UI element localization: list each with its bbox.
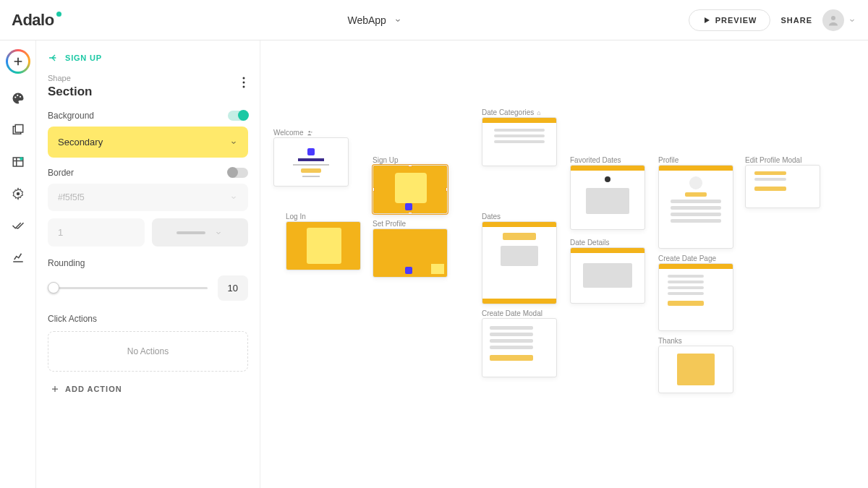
screen-label-welcome[interactable]: Welcome <box>273 129 314 137</box>
screens-icon <box>12 124 25 137</box>
svg-rect-5 <box>15 125 23 133</box>
preview-button[interactable]: PREVIEW <box>689 9 771 31</box>
screen-create-date-modal[interactable] <box>482 318 557 377</box>
border-color-select: #f5f5f5 <box>48 184 248 211</box>
chevron-down-icon <box>229 138 238 147</box>
add-component-button[interactable] <box>6 49 30 74</box>
home-icon: ⌂ <box>537 109 540 116</box>
rounding-slider[interactable] <box>48 287 208 289</box>
screen-label-favorited[interactable]: Favorited Dates <box>570 156 621 164</box>
gear-icon <box>12 187 25 200</box>
screen-label-edit-profile[interactable]: Edit Profile Modal <box>745 156 801 164</box>
header-actions: PREVIEW SHARE <box>689 9 856 31</box>
plus-icon <box>12 56 24 67</box>
screen-label-thanks[interactable]: Thanks <box>658 337 682 345</box>
screen-date-categories[interactable] <box>482 117 557 166</box>
background-color-select[interactable]: Secondary <box>48 127 248 158</box>
svg-point-7 <box>20 157 23 160</box>
screen-signup[interactable] <box>373 165 448 214</box>
analytics-tab[interactable] <box>11 250 25 265</box>
chevron-down-icon <box>229 193 238 202</box>
border-toggle[interactable] <box>228 168 248 178</box>
preview-label: PREVIEW <box>715 16 757 25</box>
database-icon <box>12 155 25 168</box>
svg-point-2 <box>17 95 18 96</box>
breadcrumb-label: SIGN UP <box>65 53 102 62</box>
screen-label-login[interactable]: Log In <box>286 213 306 221</box>
add-action-button[interactable]: ADD ACTION <box>48 385 248 393</box>
screen-login[interactable] <box>286 221 361 270</box>
svg-point-11 <box>243 86 245 88</box>
screen-create-date-page[interactable] <box>658 263 733 331</box>
background-label: Background <box>48 111 94 121</box>
chevron-down-icon <box>393 16 402 25</box>
screen-label-date-categories[interactable]: Date Categories ⌂ <box>482 108 541 116</box>
svg-point-8 <box>16 192 20 196</box>
screen-date-details[interactable] <box>570 247 645 304</box>
play-icon <box>702 16 711 25</box>
click-actions-label: Click Actions <box>48 314 248 324</box>
background-color-value: Secondary <box>58 137 103 147</box>
screen-thanks[interactable] <box>658 346 733 393</box>
palette-icon <box>12 92 25 105</box>
screen-label-profile[interactable]: Profile <box>658 156 678 164</box>
border-style-preview <box>176 231 205 234</box>
rounding-label: Rounding <box>48 258 248 268</box>
settings-tab[interactable] <box>11 187 25 201</box>
svg-point-13 <box>310 131 312 132</box>
share-button[interactable]: SHARE <box>780 16 812 25</box>
slider-thumb[interactable] <box>48 282 59 294</box>
analytics-icon <box>12 251 25 264</box>
add-action-label: ADD ACTION <box>65 385 122 393</box>
publish-tab[interactable] <box>11 218 25 233</box>
svg-point-12 <box>308 131 310 133</box>
svg-point-3 <box>19 96 20 98</box>
screens-tab[interactable] <box>11 123 25 137</box>
screen-label-create-date-page[interactable]: Create Date Page <box>658 254 716 262</box>
border-style-select <box>152 218 249 247</box>
users-icon <box>307 129 314 137</box>
svg-point-0 <box>831 16 835 20</box>
screen-dates[interactable] <box>482 221 557 304</box>
screen-set-profile[interactable] <box>373 228 448 278</box>
plus-icon <box>51 385 59 393</box>
screen-profile[interactable] <box>658 165 733 249</box>
brand-logo: Adalo <box>12 11 61 30</box>
branding-tab[interactable] <box>11 91 25 106</box>
arrow-left-icon <box>48 52 59 64</box>
svg-point-1 <box>14 96 16 98</box>
actions-empty-state: No Actions <box>48 331 248 372</box>
rounding-value-input[interactable]: 10 <box>218 275 248 301</box>
screen-favorited-dates[interactable] <box>570 165 645 230</box>
component-menu-button[interactable] <box>239 74 248 91</box>
brand-dot-icon <box>56 12 61 17</box>
svg-point-9 <box>243 77 245 80</box>
app-name-label: WebApp <box>347 14 386 26</box>
chevron-down-icon <box>848 16 856 25</box>
screen-label-set-profile[interactable]: Set Profile <box>373 220 406 228</box>
background-toggle[interactable] <box>228 111 248 121</box>
brand-logo-text: Adalo <box>12 11 54 30</box>
breadcrumb-back[interactable]: SIGN UP <box>48 46 248 74</box>
component-title: Section <box>48 85 92 99</box>
svg-point-10 <box>243 82 245 84</box>
screen-label-create-date-modal[interactable]: Create Date Modal <box>482 309 542 317</box>
app-header: Adalo WebApp PREVIEW SHARE <box>0 0 868 40</box>
border-label: Border <box>48 168 74 178</box>
person-icon <box>827 14 840 27</box>
screen-edit-profile-modal[interactable] <box>745 165 820 208</box>
border-color-value: #f5f5f5 <box>58 192 85 202</box>
screen-label-signup[interactable]: Sign Up <box>373 156 399 164</box>
screen-canvas[interactable]: Welcome Sign Up Log In <box>260 40 868 488</box>
screen-label-dates[interactable]: Dates <box>482 213 501 221</box>
double-check-icon <box>12 219 25 232</box>
component-type-label: Shape <box>48 74 92 82</box>
chevron-down-icon <box>214 228 223 237</box>
properties-panel: SIGN UP Shape Section Background Seconda… <box>36 40 260 488</box>
database-tab[interactable] <box>11 155 25 169</box>
user-menu[interactable] <box>822 9 856 31</box>
screen-label-date-details[interactable]: Date Details <box>570 239 609 247</box>
app-name-dropdown[interactable]: WebApp <box>347 14 401 26</box>
border-width-input: 1 <box>48 218 145 247</box>
screen-welcome[interactable] <box>273 137 349 187</box>
